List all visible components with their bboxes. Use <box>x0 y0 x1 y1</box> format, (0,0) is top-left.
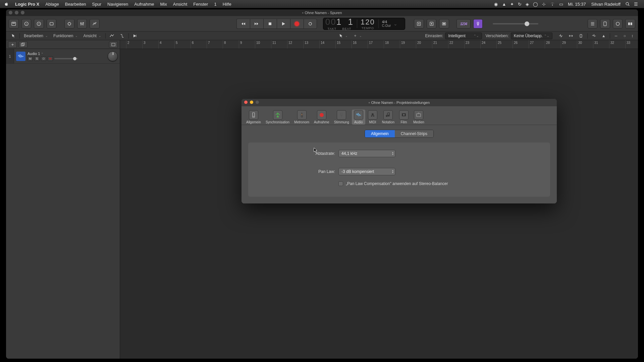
scrub-icon[interactable] <box>556 33 566 39</box>
editors-button[interactable] <box>90 19 100 28</box>
status-icon[interactable]: ◯ <box>531 2 540 7</box>
user-name[interactable]: Silvan Radeloff <box>589 2 623 7</box>
bar-marker[interactable]: 23 <box>464 40 469 49</box>
library-button[interactable] <box>9 19 19 28</box>
menu-icon[interactable]: ☰ <box>632 2 640 7</box>
bar-marker[interactable]: 13 <box>303 40 308 49</box>
solo-button[interactable]: S <box>34 56 40 61</box>
automation-icon[interactable] <box>107 33 117 39</box>
bar-marker[interactable]: 8 <box>223 40 226 49</box>
zoom-horiz-icon[interactable] <box>566 33 576 39</box>
bar-marker[interactable]: 5 <box>174 40 178 49</box>
menu-aufnahme[interactable]: Aufnahme <box>131 2 157 7</box>
settings-tab-audio[interactable]: Audio <box>352 110 365 125</box>
settings-tab-aufnahme[interactable]: Aufnahme <box>312 110 331 125</box>
lowlatency-button[interactable] <box>427 19 437 28</box>
menu-mix[interactable]: Mix <box>157 2 170 7</box>
add-track-button[interactable]: ＋ <box>8 41 17 48</box>
settings-tab-stimmung[interactable]: Stimmung <box>332 110 351 125</box>
mixer-button[interactable] <box>77 19 87 28</box>
bar-marker[interactable]: 19 <box>400 40 405 49</box>
replace-button[interactable] <box>414 19 424 28</box>
track-number[interactable]: 1 <box>6 49 14 63</box>
vzoom-icon[interactable]: ▲ <box>599 33 608 39</box>
play-button[interactable] <box>277 19 290 29</box>
bar-marker[interactable]: 7 <box>207 40 210 49</box>
input-monitor-button[interactable] <box>41 56 46 61</box>
stop-button[interactable] <box>263 19 277 29</box>
menu-ablage[interactable]: Ablage <box>42 2 62 7</box>
bar-marker[interactable]: 29 <box>561 40 566 49</box>
menu-ansicht[interactable]: Ansicht <box>170 2 191 7</box>
bar-marker[interactable]: 6 <box>191 40 194 49</box>
bar-marker[interactable]: 10 <box>255 40 260 49</box>
bar-marker[interactable]: 21 <box>432 40 437 49</box>
global-tracks-button[interactable] <box>109 41 118 48</box>
count-in-button[interactable]: 1234 <box>457 19 471 28</box>
settings-tab-notation[interactable]: Notation <box>380 110 396 125</box>
app-name[interactable]: Logic Pro X <box>12 2 42 7</box>
bar-marker[interactable]: 11 <box>271 40 276 49</box>
add-tool-icon[interactable]: ＋⌄ <box>351 33 365 39</box>
status-icon[interactable]: ◈ <box>524 2 531 7</box>
forward-button[interactable] <box>250 19 263 29</box>
bar-marker[interactable]: 15 <box>335 40 340 49</box>
beats-value[interactable]: 1 <box>348 17 354 27</box>
bar-marker[interactable]: 2 <box>126 40 129 49</box>
zoom-slider-icon[interactable]: ○ <box>621 33 629 39</box>
settings-tab-allgemein[interactable]: Allgemein <box>244 110 263 125</box>
sample-rate-select[interactable]: 44,1 kHz ▴▾ <box>338 150 395 157</box>
bar-marker[interactable]: 16 <box>352 40 357 49</box>
search-icon[interactable] <box>623 2 632 6</box>
close-icon[interactable] <box>9 11 12 14</box>
key-value[interactable]: C-Dur <box>382 24 391 27</box>
zoom-in-h-icon[interactable]: ↕ <box>629 33 636 39</box>
bar-marker[interactable]: 24 <box>480 40 485 49</box>
bar-marker[interactable]: 12 <box>287 40 292 49</box>
autopunch-button[interactable] <box>439 19 449 28</box>
menu-navigieren[interactable]: Navigieren <box>104 2 131 7</box>
sync-icon[interactable]: ↻ <box>516 2 524 7</box>
zoom-playback-icon[interactable] <box>576 33 586 39</box>
dropbox-icon[interactable]: ✦ <box>508 2 516 7</box>
modal-close-icon[interactable] <box>244 101 248 104</box>
bar-marker[interactable]: 32 <box>609 40 614 49</box>
display-icon[interactable]: ▭ <box>557 2 565 7</box>
lcd-display[interactable]: 001 1 TAKT BEAT 120 TEMPO 4/4 C-Dur ⌄ <box>323 18 406 30</box>
record-enable-button[interactable] <box>48 56 53 61</box>
flex-icon[interactable] <box>117 33 127 39</box>
menu-fenster[interactable]: Fenster <box>190 2 211 7</box>
bar-marker[interactable]: 30 <box>577 40 582 49</box>
track-name[interactable]: Audio 1 <box>28 52 40 56</box>
bar-marker[interactable]: 28 <box>545 40 550 49</box>
pan-knob[interactable] <box>108 51 118 61</box>
bar-marker[interactable]: 22 <box>448 40 453 49</box>
zoom-icon[interactable] <box>21 11 24 14</box>
seg-allgemein[interactable]: Allgemein <box>365 130 395 137</box>
chevron-icon[interactable]: ⌃ <box>41 52 44 56</box>
settings-tab-synchronisation[interactable]: Synchronisation <box>264 110 291 125</box>
bar-marker[interactable]: 27 <box>529 40 534 49</box>
menu-bearbeiten[interactable]: Bearbeiten <box>62 2 89 7</box>
modal-zoom-icon[interactable] <box>256 101 259 104</box>
apple-menu-icon[interactable] <box>4 2 9 6</box>
modal-minimize-icon[interactable] <box>250 101 253 104</box>
settings-tab-midi[interactable]: MIDI <box>366 110 379 125</box>
status-icon[interactable]: ◉ <box>492 2 500 7</box>
cycle-button[interactable] <box>304 19 317 29</box>
seg-channel-strips[interactable]: Channel-Strips <box>395 130 433 137</box>
bar-marker[interactable]: 20 <box>416 40 421 49</box>
pointer-tool-icon[interactable] <box>8 33 18 39</box>
bar-ruler[interactable]: 2345678910111213141516171819202122232425… <box>120 40 638 49</box>
zoom-out-h-icon[interactable]: ↔ <box>611 33 621 39</box>
quickhelp-button[interactable]: ? <box>34 19 44 28</box>
bar-marker[interactable]: 18 <box>384 40 389 49</box>
menu-spur[interactable]: Spur <box>89 2 104 7</box>
bar-marker[interactable]: 4 <box>158 40 162 49</box>
bar-marker[interactable]: 25 <box>496 40 501 49</box>
waveform-zoom-icon[interactable] <box>589 33 599 39</box>
pan-law-select[interactable]: -3 dB kompensiert ▴▾ <box>338 168 395 175</box>
edit-menu[interactable]: Bearbeiten⌄ <box>21 33 51 39</box>
bars-value[interactable]: 1 <box>336 17 342 27</box>
loops-button[interactable] <box>613 19 623 28</box>
